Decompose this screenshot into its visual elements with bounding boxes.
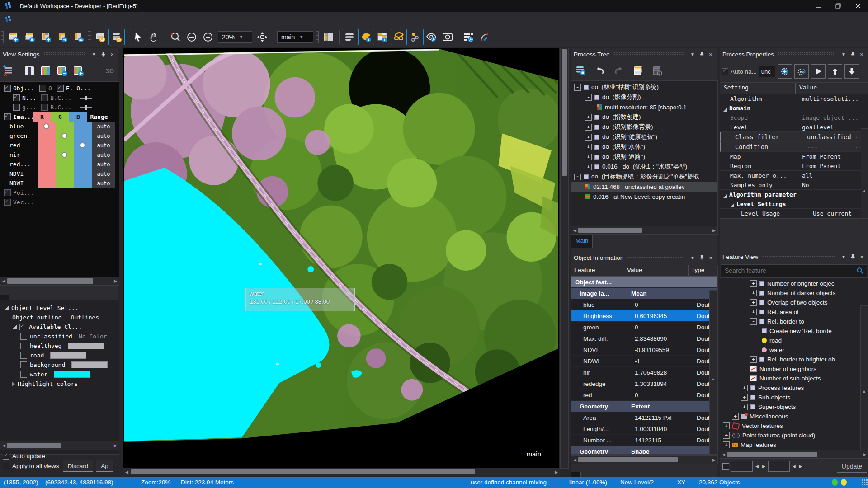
toolbar-grip[interactable] (88, 31, 91, 43)
feature-row[interactable]: road (720, 336, 868, 345)
expanded-icon[interactable] (4, 306, 9, 310)
feature-search-box[interactable] (721, 264, 867, 277)
horizontal-scrollbar[interactable]: ◀▶ (571, 226, 718, 235)
red-channel-cell[interactable] (38, 169, 56, 179)
checkbox[interactable] (722, 463, 729, 470)
process-row[interactable]: do (指数创建) (571, 112, 717, 122)
pin-icon[interactable] (849, 51, 856, 58)
property-row[interactable]: Level Settings (720, 199, 868, 209)
blue-channel-cell[interactable] (74, 169, 92, 179)
table-row[interactable]: Geometry Extent (571, 401, 717, 412)
property-row[interactable]: Scope image object ... (720, 113, 868, 122)
green-channel-cell[interactable] (56, 131, 74, 141)
feature-row[interactable]: Miscellaneous (720, 412, 868, 421)
expander-icon[interactable] (585, 164, 592, 170)
left-tab[interactable] (18, 295, 27, 300)
menu-item[interactable] (52, 18, 63, 21)
zoom-area-icon[interactable] (167, 29, 184, 45)
process-row[interactable]: do (识别影像背景) (571, 122, 717, 132)
process-name-input[interactable]: unc (759, 66, 775, 77)
property-row[interactable]: Level Usage Use current (720, 209, 868, 218)
table-row[interactable]: nir 1.70649828 Double (571, 367, 717, 378)
expander-icon[interactable] (723, 422, 730, 429)
checkbox[interactable] (41, 104, 48, 111)
class-row[interactable]: water (0, 370, 119, 379)
feature-row[interactable]: water (720, 345, 868, 355)
green-channel-cell[interactable] (56, 178, 74, 188)
tab-main[interactable]: Main (571, 235, 593, 248)
checkbox[interactable] (722, 68, 728, 75)
menu-item[interactable] (110, 18, 122, 21)
single-layer-view-icon[interactable] (21, 63, 38, 79)
left-tab[interactable] (27, 295, 36, 300)
hand-icon[interactable] (146, 29, 162, 45)
layer-row[interactable]: blue auto (0, 122, 119, 131)
table-row[interactable]: green 0 Double (571, 322, 717, 333)
range-cell[interactable]: auto (92, 178, 115, 188)
update-button[interactable]: Update (837, 460, 867, 473)
expander-icon[interactable] (741, 394, 748, 401)
layout-select[interactable]: main▼ (277, 31, 313, 43)
expander-icon[interactable] (585, 154, 592, 160)
toolbar-grip[interactable] (316, 31, 319, 43)
chevron-down-icon[interactable]: ▼ (689, 254, 696, 261)
range-cell[interactable]: auto (92, 131, 115, 141)
table-row[interactable]: Area 14122115 Pxl Double (571, 412, 717, 423)
sub-display-row[interactable]: N... B.C... (0, 93, 119, 103)
split-window-icon[interactable] (321, 29, 337, 45)
expander-icon[interactable] (574, 174, 581, 180)
sub-display-row[interactable]: g... B.C... (0, 103, 119, 112)
tree-root[interactable]: Object Level Set... (0, 303, 119, 313)
green-channel-cell[interactable] (56, 141, 74, 150)
checkbox[interactable] (13, 104, 20, 111)
add-workspace-icon[interactable] (38, 29, 54, 45)
point-cloud-row[interactable]: Poi... (0, 188, 119, 197)
feature-row[interactable]: Map features (720, 440, 868, 450)
range-cell[interactable]: auto (92, 122, 115, 131)
horizontal-scrollbar[interactable]: ◀▶ (720, 450, 868, 459)
expander-icon[interactable] (574, 84, 581, 91)
blue-channel-cell[interactable] (74, 131, 92, 141)
object-info-tab[interactable] (591, 472, 601, 477)
edit-layer-mixing-icon[interactable] (0, 63, 16, 79)
tree-row[interactable]: Hightlight colors (0, 379, 119, 389)
process-row[interactable]: 0.016 at New Level: copy creatin (571, 192, 717, 202)
image-viewer[interactable]: water 131.00 / 122.00 / 17.00 / 88.00 ma… (123, 48, 559, 468)
expander-icon[interactable] (723, 432, 730, 439)
apply-button[interactable]: Ap (96, 460, 113, 472)
blue-channel-cell[interactable] (74, 160, 92, 169)
cursor-icon[interactable] (130, 29, 146, 45)
table-row[interactable]: red 0 Double (571, 389, 717, 401)
green-channel-cell[interactable] (56, 150, 74, 160)
table-row[interactable]: NDWI -1 Double (571, 356, 717, 367)
green-channel-cell[interactable] (56, 160, 74, 169)
property-row[interactable]: Condition --- (720, 142, 868, 152)
panel-drag-area[interactable] (627, 256, 684, 259)
increment-icon[interactable]: ▶ (761, 464, 766, 469)
table-row[interactable]: Image la... Mean (571, 288, 717, 299)
checkbox[interactable] (57, 85, 64, 92)
checkbox[interactable] (19, 324, 26, 330)
table-row[interactable]: Number ... 14122115 Double (571, 435, 717, 446)
expander-icon[interactable] (750, 356, 757, 363)
layer-row[interactable]: green auto (0, 131, 119, 141)
red-channel-cell[interactable] (38, 160, 56, 169)
toolbar-grip[interactable] (1, 31, 4, 43)
layer-at-icon[interactable] (92, 29, 108, 45)
vertical-scrollbar[interactable]: ▲▼ (860, 305, 868, 451)
feature-row[interactable]: Rel. border to (720, 317, 868, 326)
pin-icon[interactable] (99, 51, 107, 58)
expander-icon[interactable] (750, 318, 757, 325)
menu-item[interactable] (28, 18, 40, 21)
expander-icon[interactable] (750, 309, 757, 315)
checkbox[interactable] (20, 333, 27, 340)
red-channel-cell[interactable] (38, 141, 56, 150)
property-row[interactable]: Level goallevel (720, 122, 868, 132)
pin-icon[interactable] (698, 254, 705, 261)
menu-item[interactable] (75, 18, 87, 21)
table-row[interactable]: Geometry Shape (571, 446, 717, 455)
table-row[interactable]: Max. diff. 2.83488690 Double (571, 333, 717, 344)
zoom-level-select[interactable]: 20%▼ (218, 31, 252, 43)
blue-channel-cell[interactable] (74, 141, 92, 150)
classification-view-icon[interactable] (358, 29, 374, 45)
